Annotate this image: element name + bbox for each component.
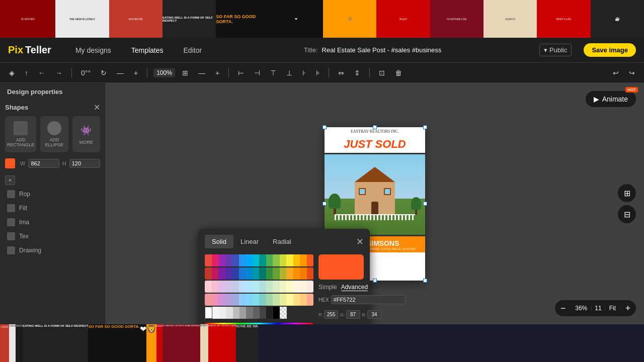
swatch[interactable] [239, 294, 246, 306]
zoom-in-button[interactable]: + [620, 300, 636, 316]
swatch[interactable] [233, 307, 239, 319]
zoom-plus[interactable]: + [212, 67, 222, 79]
flip-h[interactable]: ⇔ [335, 67, 347, 79]
fill-color-box[interactable] [5, 158, 15, 168]
swatch[interactable] [239, 281, 246, 293]
add-prop-button[interactable]: + [5, 175, 15, 185]
swatch[interactable] [286, 267, 293, 280]
public-button[interactable]: ▾ Public [539, 44, 572, 56]
rotate-input[interactable]: 0°° [78, 67, 94, 79]
swatch[interactable] [266, 294, 273, 306]
swatch[interactable] [218, 267, 225, 280]
swatch[interactable] [307, 281, 314, 293]
sidebar-item-image[interactable]: Ima [0, 215, 105, 229]
sidebar-item-filter[interactable]: Filt [0, 201, 105, 215]
swatch[interactable] [260, 307, 266, 319]
handle-mr[interactable] [423, 202, 427, 206]
swatch[interactable] [273, 294, 280, 306]
swatch[interactable] [307, 267, 314, 280]
swatch[interactable] [280, 254, 287, 266]
r-input[interactable] [324, 310, 338, 319]
move-right-button[interactable]: → [52, 67, 65, 79]
width-input[interactable] [28, 159, 59, 168]
swatch[interactable] [273, 307, 280, 319]
undo-button[interactable]: ↩ [610, 67, 622, 79]
align-right[interactable]: ⊤ [267, 67, 279, 79]
swatch[interactable] [225, 267, 232, 280]
swatch[interactable] [212, 294, 219, 306]
swatch[interactable] [205, 267, 212, 280]
swatch[interactable] [273, 267, 280, 280]
swatch[interactable] [286, 294, 293, 306]
swatch[interactable] [273, 254, 280, 266]
flip-v[interactable]: ⇕ [351, 67, 363, 79]
crop-button[interactable]: ⊡ [376, 67, 388, 79]
redo-button[interactable]: ↪ [626, 67, 638, 79]
swatch[interactable] [266, 254, 273, 266]
grid-icon[interactable]: ⊞ [179, 67, 191, 79]
rotate-icon[interactable]: ↻ [98, 67, 110, 79]
swatch[interactable] [280, 294, 287, 306]
swatch[interactable] [293, 254, 300, 266]
save-image-button[interactable]: Save image [584, 43, 636, 57]
handle-tl[interactable] [323, 125, 327, 129]
swatch[interactable] [218, 281, 225, 293]
b-input[interactable] [367, 310, 381, 319]
swatch[interactable] [246, 294, 253, 306]
swatch[interactable] [273, 281, 280, 293]
handle-ml[interactable] [323, 202, 327, 206]
gradient-row[interactable] [205, 323, 313, 324]
swatch[interactable] [266, 307, 273, 319]
swatch-transparent[interactable] [280, 307, 286, 319]
swatch[interactable] [293, 307, 300, 319]
sidebar-item-text[interactable]: Tex [0, 229, 105, 243]
swatch[interactable] [300, 254, 307, 266]
swatch[interactable] [232, 267, 239, 280]
swatch[interactable] [300, 267, 307, 280]
align-center-h[interactable]: ⊣ [251, 67, 263, 79]
swatch[interactable] [259, 294, 266, 306]
swatch[interactable] [293, 267, 300, 280]
delete-button[interactable]: 🗑 [392, 67, 405, 79]
sidebar-item-rope[interactable]: Rop [0, 187, 105, 201]
swatch[interactable] [225, 294, 232, 306]
swatch[interactable] [218, 254, 225, 266]
add-rectangle-button[interactable]: ADD RECTANGLE [5, 116, 36, 152]
swatch[interactable] [212, 281, 219, 293]
tab-linear[interactable]: Linear [233, 235, 266, 248]
swatch[interactable] [246, 267, 253, 280]
swatch[interactable] [307, 254, 314, 266]
handle-tc[interactable] [373, 125, 377, 129]
minus-button[interactable]: — [114, 67, 127, 79]
height-input[interactable] [69, 159, 100, 168]
swatch[interactable] [253, 307, 260, 319]
swatch[interactable] [307, 294, 314, 306]
move-up-button[interactable]: ↑ [22, 67, 31, 79]
swatch[interactable] [259, 267, 266, 280]
align-center-v[interactable]: ⊦ [299, 67, 309, 79]
align-bottom[interactable]: ⊧ [313, 67, 323, 79]
align-left[interactable]: ⊢ [235, 67, 247, 79]
nav-templates[interactable]: Templates [127, 44, 168, 56]
swatch[interactable] [293, 294, 300, 306]
swatch[interactable] [212, 254, 219, 266]
swatch[interactable] [266, 281, 273, 293]
expand-button-2[interactable]: ⊟ [618, 205, 636, 223]
swatch[interactable] [232, 294, 239, 306]
swatch[interactable] [205, 307, 212, 319]
swatch[interactable] [293, 281, 300, 293]
swatch[interactable] [259, 281, 266, 293]
zoom-minus[interactable]: — [195, 67, 208, 79]
swatch[interactable] [266, 267, 273, 280]
shapes-close-icon[interactable]: ✕ [94, 103, 100, 112]
expand-button-1[interactable]: ⊞ [618, 184, 636, 202]
swatch[interactable] [253, 294, 260, 306]
swatch[interactable] [205, 254, 212, 266]
swatch[interactable] [253, 267, 260, 280]
swatch[interactable] [246, 307, 253, 319]
swatch[interactable] [259, 254, 266, 266]
add-ellipse-button[interactable]: ADD ELLIPSE [40, 116, 68, 152]
plus-button[interactable]: + [131, 67, 141, 79]
swatch[interactable] [226, 307, 232, 319]
swatch[interactable] [205, 294, 212, 306]
